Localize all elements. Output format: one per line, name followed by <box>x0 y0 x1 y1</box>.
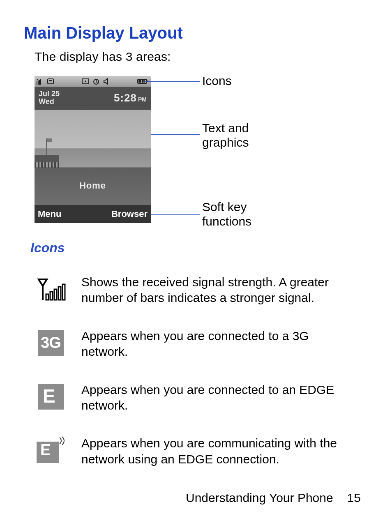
message-icon <box>81 78 90 85</box>
sound-icon <box>103 78 111 85</box>
svg-rect-2 <box>39 80 40 85</box>
wallpaper-area: Home <box>35 110 151 205</box>
svg-rect-20 <box>62 284 65 300</box>
callout-line <box>150 214 200 215</box>
softkey-right: Browser <box>111 209 148 219</box>
icon-description: Shows the received signal strength. A gr… <box>81 274 344 306</box>
day-text: Wed <box>39 98 60 106</box>
date-text: Jul 25 <box>39 90 60 98</box>
icon-definitions: Shows the received signal strength. A gr… <box>35 274 367 467</box>
date-time-bar: Jul 25 Wed 5:28PM <box>35 87 151 110</box>
icon-row: Shows the received signal strength. A gr… <box>35 274 367 306</box>
callout-text-graphics: Text and graphics <box>202 121 249 150</box>
callout-line <box>145 81 200 82</box>
icon-description: Appears when you are connected to an EDG… <box>81 382 344 414</box>
status-bar <box>35 76 151 87</box>
icon-description: Appears when you are connected to a 3G n… <box>81 328 344 360</box>
edge-active-icon: E <box>35 435 67 465</box>
display-diagram: Jul 25 Wed 5:28PM Home Menu Browser Icon… <box>35 76 367 228</box>
callout-icons: Icons <box>202 74 232 88</box>
page-title: Main Display Layout <box>24 24 367 42</box>
callout-softkey: Soft key functions <box>202 200 251 228</box>
svg-rect-19 <box>58 287 61 300</box>
footer-section: Understanding Your Phone <box>186 491 333 505</box>
svg-rect-18 <box>54 289 57 300</box>
svg-rect-0 <box>37 81 37 85</box>
svg-point-7 <box>85 81 86 82</box>
softkey-bar: Menu Browser <box>35 205 151 223</box>
alarm-icon <box>92 78 100 85</box>
svg-rect-17 <box>50 292 53 300</box>
edge-network-icon: E <box>35 382 67 412</box>
icon-row: 3G Appears when you are connected to a 3… <box>35 328 367 360</box>
svg-rect-3 <box>40 79 41 85</box>
page-footer: Understanding Your Phone 15 <box>186 491 361 505</box>
home-label: Home <box>79 180 106 191</box>
intro-text: The display has 3 areas: <box>35 50 367 64</box>
callout-line <box>151 134 200 135</box>
icon-row: E Appears when you are connected to an E… <box>35 382 367 414</box>
icon-description: Appears when you are communicating with … <box>81 435 344 467</box>
signal-icon <box>36 78 44 85</box>
svg-rect-13 <box>142 80 143 83</box>
svg-rect-16 <box>46 294 48 300</box>
svg-rect-1 <box>38 81 39 85</box>
softkey-left: Menu <box>38 209 61 219</box>
svg-rect-5 <box>49 80 52 81</box>
ampm-text: PM <box>138 96 147 103</box>
page-number: 15 <box>347 491 361 505</box>
svg-rect-12 <box>140 80 141 83</box>
icon-row: E Appears when you are communicating wit… <box>35 435 367 467</box>
phone-screen-mock: Jul 25 Wed 5:28PM Home Menu Browser <box>35 76 151 223</box>
svg-rect-4 <box>48 79 53 84</box>
3g-network-icon: 3G <box>35 328 67 358</box>
signal-strength-icon <box>35 274 67 304</box>
time-text: 5:28 <box>114 92 137 104</box>
svg-rect-11 <box>138 80 140 83</box>
icons-subheading: Icons <box>30 240 367 256</box>
svg-rect-14 <box>143 80 145 83</box>
card-icon <box>47 78 55 85</box>
